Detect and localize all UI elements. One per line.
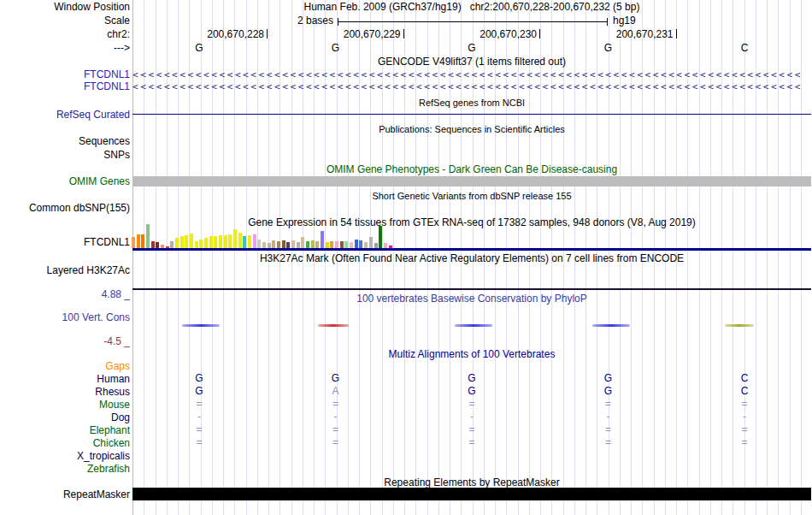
multiz-species-label-rhesus[interactable]: Rhesus [0, 386, 130, 398]
label-chrom[interactable]: chr2: [0, 28, 130, 40]
multiz-species-label-zebrafish[interactable]: Zebrafish [0, 463, 130, 475]
multiz-align-cell-mouse[interactable]: = [605, 399, 611, 410]
multiz-align-cell-elephant[interactable]: = [605, 424, 611, 435]
multiz-species-label-dog[interactable]: Dog [0, 411, 130, 423]
phylop-conservation-mark[interactable] [455, 324, 492, 327]
label-ftcdnl1-gencode-2[interactable]: FTCDNL1 [0, 80, 130, 92]
gtex-tissue-bar [137, 234, 140, 248]
gtex-tissue-bar [340, 241, 344, 248]
multiz-align-cell-mouse[interactable]: = [741, 399, 747, 410]
multiz-align-cell-chicken[interactable]: = [196, 437, 202, 448]
label-layered-h3k27ac[interactable]: Layered H3K27Ac [0, 264, 130, 276]
multiz-align-cell-human[interactable]: G [195, 373, 203, 384]
label-ftcdnl1-gtex[interactable]: FTCDNL1 [0, 236, 130, 248]
refseq-title[interactable]: RefSeq genes from NCBI [132, 97, 811, 109]
multiz-species-label-elephant[interactable]: Elephant [0, 424, 130, 436]
multiz-align-cell-elephant[interactable]: = [468, 424, 474, 435]
multiz-species-label-gaps[interactable]: Gaps [0, 360, 130, 372]
multiz-align-cell-chicken[interactable]: = [332, 437, 338, 448]
phylop-conservation-mark[interactable] [592, 324, 630, 327]
multiz-align-cell-rhesus[interactable]: G [468, 386, 475, 397]
phylop-conservation-mark[interactable] [182, 324, 220, 327]
gtex-tissue-bar [190, 234, 193, 248]
multiz-align-cell-dog[interactable]: - [197, 411, 201, 423]
gtex-tissue-bar [272, 240, 275, 248]
refseq-curated-track-line[interactable] [132, 114, 811, 115]
label-refseq-curated[interactable]: RefSeq Curated [0, 109, 130, 121]
label-phylop-max[interactable]: 4.88 _ [0, 288, 130, 300]
multiz-align-cell-chicken[interactable]: = [741, 437, 747, 448]
omim-genes-bar[interactable] [132, 176, 811, 186]
gtex-tissue-bar [224, 235, 227, 248]
genome-browser-image[interactable]: Human Feb. 2009 (GRCh37/hg19) chr2:200,6… [0, 0, 812, 515]
multiz-align-cell-chicken[interactable]: = [468, 437, 474, 448]
multiz-align-cell-mouse[interactable]: = [196, 399, 202, 410]
gtex-tissue-bar [282, 240, 285, 248]
multiz-align-cell-chicken[interactable]: = [605, 437, 611, 448]
multiz-align-cell-human[interactable]: G [604, 373, 612, 384]
multiz-align-cell-rhesus[interactable]: G [195, 386, 203, 397]
reference-base: G [468, 43, 475, 54]
reference-base: G [332, 43, 339, 54]
label-sequences[interactable]: Sequences [0, 135, 130, 147]
multiz-align-cell-mouse[interactable]: = [332, 399, 338, 410]
label-omim-genes[interactable]: OMIM Genes [0, 175, 130, 187]
multiz-species-label-mouse[interactable]: Mouse [0, 399, 130, 411]
label-repeatmasker[interactable]: RepeatMasker [0, 488, 130, 500]
multiz-align-cell-human[interactable]: G [332, 373, 339, 384]
multiz-species-label-x_tropicalis[interactable]: X_tropicalis [0, 450, 130, 462]
multiz-align-cell-dog[interactable]: - [607, 411, 610, 423]
h3k27ac-track-baseline[interactable] [132, 288, 811, 290]
label-window-position[interactable]: Window Position [0, 1, 130, 13]
repeatmasker-element-bar[interactable] [132, 488, 811, 500]
multiz-align-cell-mouse[interactable]: = [468, 399, 474, 410]
gtex-title[interactable]: Gene Expression in 54 tissues from GTEx … [132, 216, 811, 228]
multiz-species-label-chicken[interactable]: Chicken [0, 437, 130, 449]
dbsnp-title[interactable]: Short Genetic Variants from dbSNP releas… [132, 190, 811, 202]
multiz-align-cell-rhesus[interactable]: G [604, 386, 612, 397]
multiz-align-cell-elephant[interactable]: = [741, 424, 747, 435]
label-phylop-min[interactable]: -4.5 _ [0, 335, 130, 347]
scale-bar-label: 2 bases [248, 15, 333, 27]
omim-title[interactable]: OMIM Gene Phenotypes - Dark Green Can Be… [132, 163, 811, 175]
gtex-tissue-bar [146, 224, 150, 248]
gtex-tissue-bar [321, 231, 324, 248]
gtex-tissue-bar [141, 234, 144, 248]
multiz-align-cell-rhesus[interactable]: C [741, 386, 749, 397]
gtex-tissue-bar [180, 236, 184, 248]
label-ftcdnl1-gencode-1[interactable]: FTCDNL1 [0, 68, 130, 80]
phylop-title[interactable]: 100 vertebrates Basewise Conservation by… [132, 293, 811, 305]
multiz-align-cell-dog[interactable]: - [334, 411, 338, 423]
multiz-align-cell-human[interactable]: G [468, 373, 475, 384]
phylop-conservation-mark[interactable] [725, 324, 754, 327]
h3k27ac-title[interactable]: H3K27Ac Mark (Often Found Near Active Re… [132, 252, 811, 264]
multiz-align-cell-human[interactable]: C [741, 373, 749, 384]
gtex-tissue-bar [166, 246, 169, 248]
multiz-align-cell-elephant[interactable]: = [332, 424, 338, 435]
repeatmasker-title[interactable]: Repeating Elements by RepeatMasker [132, 477, 811, 488]
label-snps[interactable]: SNPs [0, 149, 130, 161]
phylop-conservation-mark[interactable] [318, 324, 349, 327]
gencode-gene-arrows-row-2[interactable]: <<<<<<<<<<<<<<<<<<<<<<<<<<<<<<<<<<<<<<<<… [132, 81, 810, 92]
multiz-align-cell-elephant[interactable]: = [196, 424, 202, 435]
multiz-species-label-human[interactable]: Human [0, 373, 130, 385]
gtex-track-baseline[interactable] [132, 248, 811, 251]
label-strand[interactable]: ---> [0, 42, 130, 54]
multiz-title[interactable]: Multiz Alignments of 100 Vertebrates [132, 348, 811, 360]
label-scale[interactable]: Scale [0, 15, 130, 27]
gtex-tissue-bar [315, 241, 319, 248]
gtex-tissue-bar [297, 242, 300, 248]
gencode-gene-arrows-row-1[interactable]: <<<<<<<<<<<<<<<<<<<<<<<<<<<<<<<<<<<<<<<<… [132, 69, 810, 80]
multiz-align-cell-rhesus[interactable]: A [332, 386, 338, 397]
assembly-label: hg19 [613, 15, 636, 27]
label-common-dbsnp[interactable]: Common dbSNP(155) [0, 202, 130, 214]
multiz-align-cell-dog[interactable]: - [743, 411, 746, 423]
gtex-tissue-bar [151, 241, 155, 248]
label-100-vert-cons[interactable]: 100 Vert. Cons [0, 311, 130, 323]
scale-bar-line [338, 21, 607, 22]
scale-bar-end-tick [338, 18, 338, 26]
multiz-align-cell-dog[interactable]: - [470, 411, 474, 423]
publications-title[interactable]: Publications: Sequences in Scientific Ar… [132, 123, 811, 135]
gencode-title[interactable]: GENCODE V49lift37 (1 items filtered out) [132, 56, 811, 68]
gtex-tissue-bar [369, 237, 373, 248]
